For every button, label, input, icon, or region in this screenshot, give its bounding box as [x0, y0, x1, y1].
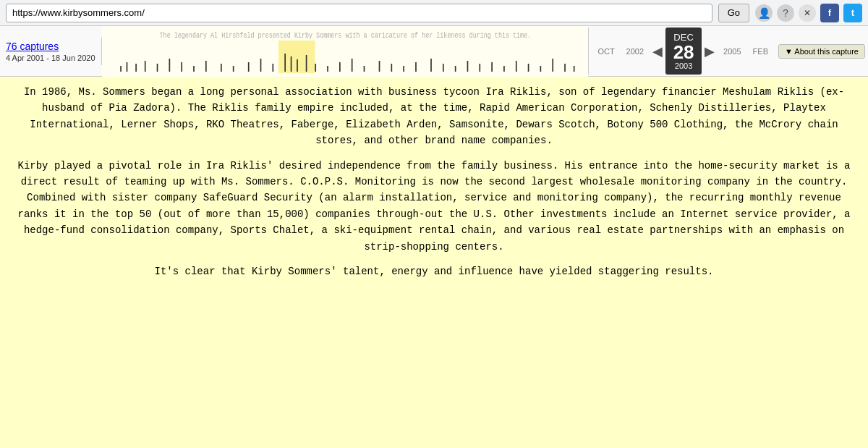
- prev-arrow[interactable]: ◀: [650, 43, 665, 59]
- svg-rect-19: [297, 59, 298, 72]
- top-bar: Go 👤 ? ✕ f t: [0, 0, 868, 26]
- svg-rect-23: [339, 62, 341, 72]
- captures-date: 4 Apr 2001 - 18 Jun 2020: [6, 54, 95, 62]
- svg-rect-29: [415, 62, 417, 72]
- next-arrow[interactable]: ▶: [702, 43, 718, 59]
- svg-rect-17: [284, 54, 286, 72]
- svg-rect-42: [573, 66, 574, 72]
- svg-rect-6: [144, 61, 145, 72]
- prev-month[interactable]: OCT: [592, 44, 620, 59]
- svg-rect-32: [454, 66, 456, 72]
- svg-rect-7: [156, 64, 158, 72]
- captures-link[interactable]: 76 captures: [6, 41, 59, 52]
- svg-rect-15: [260, 59, 261, 72]
- svg-rect-34: [479, 64, 480, 72]
- svg-rect-16: [272, 64, 273, 72]
- svg-rect-20: [305, 55, 307, 72]
- go-button[interactable]: Go: [718, 4, 749, 22]
- close-icon[interactable]: ✕: [799, 4, 816, 22]
- svg-rect-11: [205, 61, 207, 72]
- wayback-bar: 76 captures 4 Apr 2001 - 18 Jun 2020 The…: [0, 26, 868, 77]
- paragraph-1: In 1986, Ms. Sommers began a long person…: [14, 84, 854, 149]
- svg-rect-3: [120, 66, 122, 72]
- user-icon[interactable]: 👤: [755, 4, 773, 22]
- svg-rect-14: [247, 62, 249, 72]
- svg-rect-35: [491, 62, 493, 72]
- svg-rect-27: [391, 64, 392, 72]
- svg-rect-10: [193, 66, 195, 72]
- svg-rect-4: [126, 62, 127, 72]
- svg-rect-25: [363, 66, 365, 72]
- captures-info: 76 captures 4 Apr 2001 - 18 Jun 2020: [0, 38, 102, 65]
- svg-rect-24: [351, 59, 352, 72]
- svg-rect-5: [135, 64, 137, 72]
- svg-rect-30: [430, 59, 432, 72]
- top-icons: 👤 ? ✕ f t: [755, 4, 862, 22]
- svg-rect-39: [540, 66, 541, 72]
- svg-rect-8: [169, 59, 170, 72]
- svg-rect-28: [403, 66, 404, 72]
- svg-rect-31: [443, 64, 444, 72]
- main-content: In 1986, Ms. Sommers began a long person…: [0, 77, 868, 448]
- svg-rect-40: [552, 59, 553, 72]
- svg-rect-37: [515, 61, 516, 72]
- svg-rect-22: [327, 66, 328, 72]
- svg-rect-9: [181, 62, 182, 72]
- timeline-svg: The legendary Al Hirshfeld presented Kir…: [102, 26, 589, 77]
- svg-rect-38: [527, 64, 529, 72]
- svg-rect-41: [564, 64, 566, 72]
- svg-rect-36: [503, 66, 505, 72]
- date-nav: OCT 2002 ◀ DEC 28 2003 ▶ 2005 FEB ▼ Abou…: [588, 28, 868, 75]
- facebook-icon[interactable]: f: [820, 4, 839, 22]
- next-month[interactable]: FEB: [747, 44, 774, 59]
- paragraph-3: It's clear that Kirby Sommers' talent, e…: [14, 263, 854, 279]
- svg-rect-21: [315, 64, 316, 72]
- svg-rect-18: [290, 56, 292, 72]
- svg-rect-12: [221, 64, 222, 72]
- twitter-icon[interactable]: t: [843, 4, 862, 22]
- svg-rect-33: [467, 61, 468, 72]
- help-icon[interactable]: ?: [777, 4, 794, 22]
- svg-rect-26: [378, 61, 380, 72]
- url-input[interactable]: [6, 4, 712, 22]
- timeline-area[interactable]: The legendary Al Hirshfeld presented Kir…: [102, 26, 589, 77]
- svg-text:The legendary Al Hirshfeld pre: The legendary Al Hirshfeld presented Kir…: [159, 31, 531, 40]
- center-date[interactable]: DEC 28 2003: [665, 28, 702, 75]
- year-next[interactable]: 2005: [718, 44, 746, 59]
- year-prev[interactable]: 2002: [621, 44, 650, 59]
- paragraph-2: Kirby played a pivotal role in Ira Rikli…: [14, 158, 854, 255]
- about-capture-button[interactable]: ▼ About this capture: [778, 44, 865, 59]
- svg-rect-13: [232, 66, 234, 72]
